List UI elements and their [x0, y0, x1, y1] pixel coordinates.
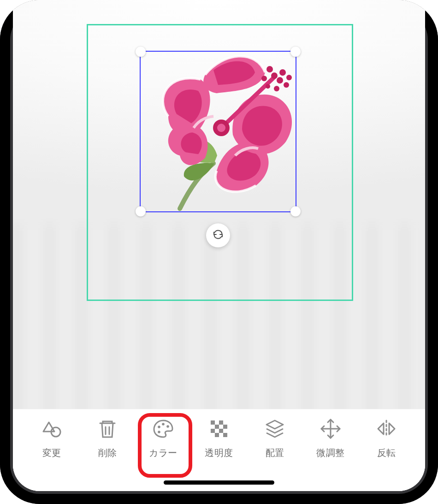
svg-point-1: [277, 77, 283, 84]
tool-layer[interactable]: 配置: [250, 418, 300, 459]
rotate-icon: [213, 229, 224, 242]
svg-point-6: [274, 86, 279, 91]
svg-rect-20: [211, 429, 215, 433]
device-frame: 変更 削除: [0, 0, 438, 504]
tool-opacity[interactable]: 透明度: [194, 418, 244, 459]
tool-label: カラー: [149, 447, 178, 459]
svg-rect-21: [219, 429, 223, 433]
tool-label: 削除: [98, 447, 117, 459]
flip-icon: [375, 418, 397, 442]
move-icon: [320, 418, 342, 442]
design-selection-box[interactable]: [140, 51, 296, 212]
tool-change[interactable]: 変更: [27, 418, 77, 459]
layers-icon: [264, 418, 286, 442]
svg-point-12: [158, 426, 160, 428]
tool-label: 透明度: [205, 447, 233, 459]
resize-handle-top-right[interactable]: [290, 47, 301, 57]
resize-handle-bottom-left[interactable]: [136, 206, 146, 216]
svg-point-4: [261, 76, 267, 81]
tool-nudge[interactable]: 微調整: [306, 418, 355, 459]
svg-rect-16: [211, 420, 215, 425]
svg-rect-18: [215, 425, 219, 429]
svg-point-10: [217, 124, 225, 132]
svg-point-7: [286, 75, 292, 80]
palette-icon: [152, 418, 174, 442]
design-image-hibiscus[interactable]: [136, 47, 302, 218]
svg-rect-22: [215, 433, 219, 437]
transparency-icon: [208, 418, 230, 442]
svg-point-8: [266, 84, 270, 89]
tool-flip[interactable]: 反転: [361, 418, 411, 459]
tool-label: 変更: [42, 447, 61, 459]
svg-rect-23: [223, 433, 227, 437]
resize-handle-top-left[interactable]: [136, 47, 146, 57]
svg-point-13: [162, 423, 165, 426]
tool-label: 反転: [377, 447, 396, 459]
shapes-icon: [41, 418, 63, 442]
svg-rect-19: [223, 425, 227, 429]
svg-point-5: [284, 82, 289, 88]
resize-handle-bottom-right[interactable]: [290, 206, 301, 216]
svg-point-0: [271, 72, 278, 79]
tool-label: 配置: [266, 447, 284, 459]
svg-point-3: [279, 69, 286, 76]
svg-point-15: [158, 431, 160, 433]
rotate-button[interactable]: [206, 223, 230, 247]
trash-icon: [96, 418, 118, 442]
home-indicator[interactable]: [164, 480, 274, 485]
editor-toolbar: 変更 削除: [13, 409, 425, 491]
tool-label: 微調整: [316, 447, 345, 459]
svg-rect-17: [219, 420, 223, 425]
tool-color[interactable]: カラー: [138, 418, 188, 459]
svg-point-2: [266, 66, 273, 72]
svg-point-14: [166, 425, 169, 428]
tool-delete[interactable]: 削除: [83, 418, 132, 459]
app-screen: 変更 削除: [13, 0, 425, 491]
